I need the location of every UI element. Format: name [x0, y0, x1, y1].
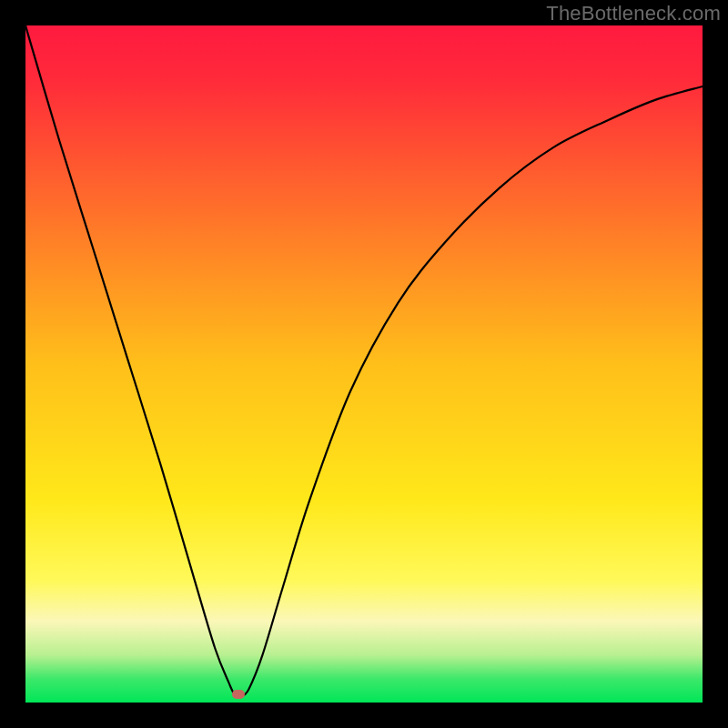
optimal-point-marker: [232, 690, 245, 699]
bottleneck-curve: [25, 25, 703, 703]
plot-area: [25, 25, 703, 703]
watermark-text: TheBottleneck.com: [546, 2, 721, 25]
chart-container: TheBottleneck.com: [0, 0, 728, 728]
